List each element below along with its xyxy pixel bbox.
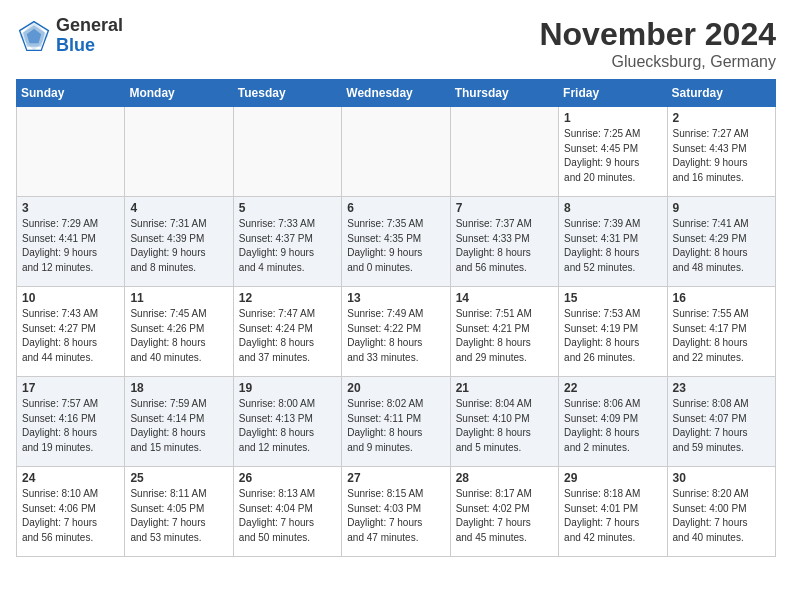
day-number: 2: [673, 111, 770, 125]
calendar-cell: 11Sunrise: 7:45 AM Sunset: 4:26 PM Dayli…: [125, 287, 233, 377]
day-number: 7: [456, 201, 553, 215]
day-info: Sunrise: 7:37 AM Sunset: 4:33 PM Dayligh…: [456, 217, 553, 275]
day-info: Sunrise: 8:02 AM Sunset: 4:11 PM Dayligh…: [347, 397, 444, 455]
day-number: 18: [130, 381, 227, 395]
day-number: 16: [673, 291, 770, 305]
calendar-cell: 2Sunrise: 7:27 AM Sunset: 4:43 PM Daylig…: [667, 107, 775, 197]
calendar-cell: 22Sunrise: 8:06 AM Sunset: 4:09 PM Dayli…: [559, 377, 667, 467]
day-number: 28: [456, 471, 553, 485]
calendar-cell: 6Sunrise: 7:35 AM Sunset: 4:35 PM Daylig…: [342, 197, 450, 287]
day-number: 14: [456, 291, 553, 305]
day-number: 27: [347, 471, 444, 485]
calendar-cell: 26Sunrise: 8:13 AM Sunset: 4:04 PM Dayli…: [233, 467, 341, 557]
weekday-header: Friday: [559, 80, 667, 107]
calendar-cell: 15Sunrise: 7:53 AM Sunset: 4:19 PM Dayli…: [559, 287, 667, 377]
day-info: Sunrise: 7:35 AM Sunset: 4:35 PM Dayligh…: [347, 217, 444, 275]
calendar-cell: 3Sunrise: 7:29 AM Sunset: 4:41 PM Daylig…: [17, 197, 125, 287]
calendar-cell: 25Sunrise: 8:11 AM Sunset: 4:05 PM Dayli…: [125, 467, 233, 557]
logo-icon: [16, 18, 52, 54]
weekday-header: Tuesday: [233, 80, 341, 107]
calendar-cell: 12Sunrise: 7:47 AM Sunset: 4:24 PM Dayli…: [233, 287, 341, 377]
day-number: 8: [564, 201, 661, 215]
calendar-cell: [342, 107, 450, 197]
calendar-cell: 29Sunrise: 8:18 AM Sunset: 4:01 PM Dayli…: [559, 467, 667, 557]
weekday-header: Wednesday: [342, 80, 450, 107]
calendar-week-row: 3Sunrise: 7:29 AM Sunset: 4:41 PM Daylig…: [17, 197, 776, 287]
day-number: 30: [673, 471, 770, 485]
calendar-week-row: 1Sunrise: 7:25 AM Sunset: 4:45 PM Daylig…: [17, 107, 776, 197]
calendar-cell: 9Sunrise: 7:41 AM Sunset: 4:29 PM Daylig…: [667, 197, 775, 287]
day-info: Sunrise: 8:15 AM Sunset: 4:03 PM Dayligh…: [347, 487, 444, 545]
calendar-cell: 16Sunrise: 7:55 AM Sunset: 4:17 PM Dayli…: [667, 287, 775, 377]
day-number: 22: [564, 381, 661, 395]
calendar-cell: 4Sunrise: 7:31 AM Sunset: 4:39 PM Daylig…: [125, 197, 233, 287]
day-info: Sunrise: 7:29 AM Sunset: 4:41 PM Dayligh…: [22, 217, 119, 275]
day-info: Sunrise: 8:18 AM Sunset: 4:01 PM Dayligh…: [564, 487, 661, 545]
day-info: Sunrise: 8:13 AM Sunset: 4:04 PM Dayligh…: [239, 487, 336, 545]
calendar-week-row: 10Sunrise: 7:43 AM Sunset: 4:27 PM Dayli…: [17, 287, 776, 377]
logo-blue-text: Blue: [56, 36, 123, 56]
day-info: Sunrise: 8:11 AM Sunset: 4:05 PM Dayligh…: [130, 487, 227, 545]
calendar-cell: 7Sunrise: 7:37 AM Sunset: 4:33 PM Daylig…: [450, 197, 558, 287]
day-number: 10: [22, 291, 119, 305]
calendar-table: SundayMondayTuesdayWednesdayThursdayFrid…: [16, 79, 776, 557]
location-title: Gluecksburg, Germany: [539, 53, 776, 71]
logo-text: General Blue: [56, 16, 123, 56]
day-number: 21: [456, 381, 553, 395]
calendar-cell: 14Sunrise: 7:51 AM Sunset: 4:21 PM Dayli…: [450, 287, 558, 377]
day-info: Sunrise: 8:06 AM Sunset: 4:09 PM Dayligh…: [564, 397, 661, 455]
day-number: 4: [130, 201, 227, 215]
day-info: Sunrise: 8:08 AM Sunset: 4:07 PM Dayligh…: [673, 397, 770, 455]
day-info: Sunrise: 7:31 AM Sunset: 4:39 PM Dayligh…: [130, 217, 227, 275]
day-number: 9: [673, 201, 770, 215]
day-info: Sunrise: 7:25 AM Sunset: 4:45 PM Dayligh…: [564, 127, 661, 185]
day-info: Sunrise: 7:53 AM Sunset: 4:19 PM Dayligh…: [564, 307, 661, 365]
calendar-cell: 24Sunrise: 8:10 AM Sunset: 4:06 PM Dayli…: [17, 467, 125, 557]
calendar-cell: 30Sunrise: 8:20 AM Sunset: 4:00 PM Dayli…: [667, 467, 775, 557]
calendar-body: 1Sunrise: 7:25 AM Sunset: 4:45 PM Daylig…: [17, 107, 776, 557]
day-info: Sunrise: 7:47 AM Sunset: 4:24 PM Dayligh…: [239, 307, 336, 365]
day-info: Sunrise: 7:27 AM Sunset: 4:43 PM Dayligh…: [673, 127, 770, 185]
calendar-cell: 18Sunrise: 7:59 AM Sunset: 4:14 PM Dayli…: [125, 377, 233, 467]
day-info: Sunrise: 7:43 AM Sunset: 4:27 PM Dayligh…: [22, 307, 119, 365]
day-info: Sunrise: 7:39 AM Sunset: 4:31 PM Dayligh…: [564, 217, 661, 275]
day-info: Sunrise: 8:20 AM Sunset: 4:00 PM Dayligh…: [673, 487, 770, 545]
day-info: Sunrise: 8:00 AM Sunset: 4:13 PM Dayligh…: [239, 397, 336, 455]
day-number: 29: [564, 471, 661, 485]
day-info: Sunrise: 8:04 AM Sunset: 4:10 PM Dayligh…: [456, 397, 553, 455]
day-number: 19: [239, 381, 336, 395]
day-number: 15: [564, 291, 661, 305]
day-info: Sunrise: 7:57 AM Sunset: 4:16 PM Dayligh…: [22, 397, 119, 455]
day-info: Sunrise: 7:49 AM Sunset: 4:22 PM Dayligh…: [347, 307, 444, 365]
header: General Blue November 2024 Gluecksburg, …: [16, 16, 776, 71]
calendar-week-row: 17Sunrise: 7:57 AM Sunset: 4:16 PM Dayli…: [17, 377, 776, 467]
day-number: 17: [22, 381, 119, 395]
calendar-cell: 17Sunrise: 7:57 AM Sunset: 4:16 PM Dayli…: [17, 377, 125, 467]
calendar-week-row: 24Sunrise: 8:10 AM Sunset: 4:06 PM Dayli…: [17, 467, 776, 557]
month-title: November 2024: [539, 16, 776, 53]
calendar-cell: 20Sunrise: 8:02 AM Sunset: 4:11 PM Dayli…: [342, 377, 450, 467]
logo-general-text: General: [56, 16, 123, 36]
day-info: Sunrise: 7:41 AM Sunset: 4:29 PM Dayligh…: [673, 217, 770, 275]
calendar-cell: [125, 107, 233, 197]
day-number: 11: [130, 291, 227, 305]
calendar-cell: 27Sunrise: 8:15 AM Sunset: 4:03 PM Dayli…: [342, 467, 450, 557]
title-area: November 2024 Gluecksburg, Germany: [539, 16, 776, 71]
calendar-cell: [450, 107, 558, 197]
weekday-header: Sunday: [17, 80, 125, 107]
day-number: 12: [239, 291, 336, 305]
day-number: 26: [239, 471, 336, 485]
weekday-header: Saturday: [667, 80, 775, 107]
calendar-cell: 5Sunrise: 7:33 AM Sunset: 4:37 PM Daylig…: [233, 197, 341, 287]
weekday-header: Thursday: [450, 80, 558, 107]
day-info: Sunrise: 7:59 AM Sunset: 4:14 PM Dayligh…: [130, 397, 227, 455]
day-number: 20: [347, 381, 444, 395]
day-number: 6: [347, 201, 444, 215]
day-number: 25: [130, 471, 227, 485]
calendar-cell: 19Sunrise: 8:00 AM Sunset: 4:13 PM Dayli…: [233, 377, 341, 467]
day-number: 24: [22, 471, 119, 485]
header-row: SundayMondayTuesdayWednesdayThursdayFrid…: [17, 80, 776, 107]
day-info: Sunrise: 8:17 AM Sunset: 4:02 PM Dayligh…: [456, 487, 553, 545]
day-number: 13: [347, 291, 444, 305]
day-info: Sunrise: 8:10 AM Sunset: 4:06 PM Dayligh…: [22, 487, 119, 545]
